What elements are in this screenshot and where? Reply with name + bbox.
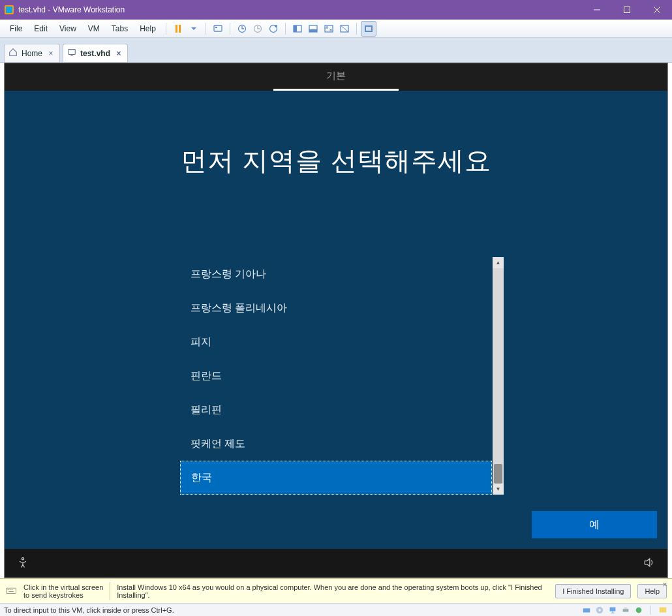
app-icon xyxy=(4,5,14,15)
info-hint: Click in the virtual screen to send keys… xyxy=(23,583,103,599)
separator xyxy=(166,23,166,35)
sound-icon[interactable] xyxy=(634,605,644,615)
titlebar: test.vhd - VMware Workstation xyxy=(0,0,672,20)
tab-label: test.vhd xyxy=(80,49,110,58)
minimize-button[interactable] xyxy=(582,0,612,20)
manage-snapshot-button[interactable] xyxy=(266,21,281,37)
region-item[interactable]: 핀란드 xyxy=(180,359,492,393)
separator xyxy=(206,23,206,35)
scroll-down-button[interactable]: ▼ xyxy=(493,484,504,495)
scroll-track[interactable] xyxy=(493,268,504,484)
svg-point-37 xyxy=(636,607,642,613)
cd-icon[interactable] xyxy=(594,605,605,615)
vm-screen[interactable]: 기본 먼저 지역을 선택해주세요 프랑스령 기아나 프랑스령 폴리네시아 피지 … xyxy=(4,63,668,578)
menu-file[interactable]: File xyxy=(4,22,28,36)
yes-button[interactable]: 예 xyxy=(532,511,657,538)
send-ctrl-alt-del-button[interactable] xyxy=(210,21,226,37)
svg-rect-35 xyxy=(623,609,629,611)
info-hint-line2: to send keystrokes xyxy=(23,591,103,599)
oobe-bottombar xyxy=(5,549,667,578)
vm-icon xyxy=(67,48,76,59)
svg-rect-13 xyxy=(294,25,297,32)
revert-snapshot-button[interactable] xyxy=(250,21,266,37)
close-tab-button[interactable]: × xyxy=(114,49,123,58)
region-list: 프랑스령 기아나 프랑스령 폴리네시아 피지 핀란드 필리핀 핏케언 제도 한국… xyxy=(180,257,492,495)
separator xyxy=(110,582,110,600)
close-button[interactable] xyxy=(642,0,672,20)
printer-icon[interactable] xyxy=(620,605,631,615)
tabbar: Home × test.vhd × xyxy=(0,38,672,63)
yes-button-label: 예 xyxy=(589,518,600,532)
svg-rect-3 xyxy=(624,7,630,13)
oobe-tabbar: 기본 xyxy=(5,63,667,91)
region-item[interactable]: 프랑스령 기아나 xyxy=(180,257,492,291)
info-message: Install Windows 10 x64 as you would on a… xyxy=(117,583,549,599)
accessibility-icon[interactable] xyxy=(16,556,29,571)
svg-rect-7 xyxy=(215,27,217,28)
region-item-selected[interactable]: 한국 xyxy=(180,461,492,495)
tab-home[interactable]: Home × xyxy=(4,44,60,62)
svg-rect-15 xyxy=(309,29,317,32)
svg-rect-20 xyxy=(366,27,371,31)
svg-point-11 xyxy=(275,25,277,27)
status-bar: To direct input to this VM, click inside… xyxy=(0,603,672,616)
oobe-tab-basic[interactable]: 기본 xyxy=(273,63,399,91)
stretch-button[interactable] xyxy=(321,21,337,37)
power-dropdown[interactable] xyxy=(186,21,202,37)
menu-view[interactable]: View xyxy=(53,22,82,36)
info-hint-line1: Click in the virtual screen xyxy=(23,583,103,591)
snapshot-button[interactable] xyxy=(234,21,250,37)
svg-point-23 xyxy=(22,557,23,559)
region-item[interactable]: 핏케언 제도 xyxy=(180,427,492,461)
menu-tabs[interactable]: Tabs xyxy=(106,22,134,36)
region-item[interactable]: 필리핀 xyxy=(180,393,492,427)
info-bar: Click in the virtual screen to send keys… xyxy=(0,578,672,603)
maximize-button[interactable] xyxy=(612,0,642,20)
keyboard-icon xyxy=(5,585,17,598)
unity-button[interactable] xyxy=(337,21,352,37)
message-icon[interactable] xyxy=(658,605,668,615)
fullscreen-button[interactable] xyxy=(361,21,376,37)
separator xyxy=(285,23,286,35)
region-item[interactable]: 피지 xyxy=(180,325,492,359)
scroll-up-button[interactable]: ▲ xyxy=(493,257,504,268)
menu-edit[interactable]: Edit xyxy=(28,22,53,36)
vm-viewport: 기본 먼저 지역을 선택해주세요 프랑스령 기아나 프랑스령 폴리네시아 피지 … xyxy=(0,63,672,578)
menu-help[interactable]: Help xyxy=(134,22,162,36)
region-scrollbar[interactable]: ▲ ▼ xyxy=(493,257,504,495)
oobe-body: 먼저 지역을 선택해주세요 프랑스령 기아나 프랑스령 폴리네시아 피지 핀란드… xyxy=(5,91,667,549)
tab-label: Home xyxy=(22,49,42,58)
separator xyxy=(356,23,357,35)
svg-line-18 xyxy=(341,25,348,32)
svg-rect-32 xyxy=(610,607,616,611)
network-icon[interactable] xyxy=(607,605,618,615)
svg-rect-36 xyxy=(624,607,627,609)
svg-rect-1 xyxy=(6,7,12,13)
svg-rect-24 xyxy=(7,588,16,593)
finished-installing-button[interactable]: I Finished Installing xyxy=(555,584,631,598)
close-tab-button[interactable]: × xyxy=(46,49,55,58)
disk-icon[interactable] xyxy=(581,605,592,615)
svg-rect-29 xyxy=(583,608,590,612)
window-title: test.vhd - VMware Workstation xyxy=(18,5,582,14)
separator xyxy=(230,23,230,35)
window-controls xyxy=(582,0,672,20)
oobe-heading: 먼저 지역을 선택해주세요 xyxy=(181,143,491,179)
info-close-button[interactable]: × xyxy=(660,580,669,589)
tab-vm[interactable]: test.vhd × xyxy=(63,44,128,62)
menu-vm[interactable]: VM xyxy=(82,22,106,36)
menubar: File Edit View VM Tabs Help xyxy=(0,20,672,38)
volume-icon[interactable] xyxy=(643,556,656,571)
fit-window-button[interactable] xyxy=(305,21,321,37)
status-message: To direct input to this VM, click inside… xyxy=(4,606,174,614)
pause-button[interactable] xyxy=(170,21,186,37)
svg-point-31 xyxy=(598,609,601,611)
status-icons xyxy=(581,605,668,615)
pause-icon xyxy=(176,25,181,33)
svg-rect-21 xyxy=(69,50,76,55)
region-item[interactable]: 프랑스령 폴리네시아 xyxy=(180,291,492,325)
home-icon xyxy=(8,48,18,59)
scroll-thumb[interactable] xyxy=(494,464,502,484)
separator xyxy=(650,606,651,615)
fit-guest-button[interactable] xyxy=(290,21,305,37)
